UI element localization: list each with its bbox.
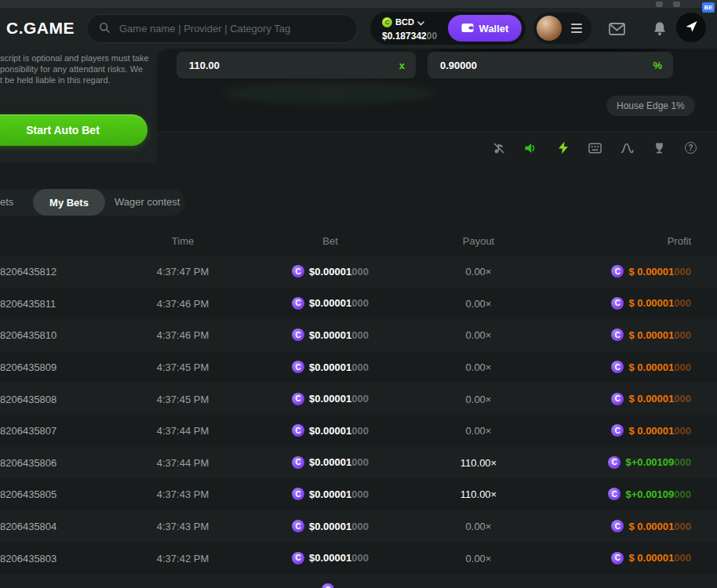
bet-time: 4:37:45 PM: [136, 393, 230, 405]
bcd-coin-icon: C: [611, 520, 624, 532]
bet-id: 8206435807: [0, 425, 56, 437]
table-row[interactable]: 8206435804 4:37:43 PM C $0.00001000 0.00…: [0, 510, 717, 543]
bet-payout: 0.00×: [431, 425, 526, 437]
live-stats-icon[interactable]: [621, 141, 634, 154]
browser-edge-strip: [0, 0, 717, 8]
win-chance-input[interactable]: [439, 59, 595, 72]
game-canvas-panel: x % House Edge 1%: [157, 49, 717, 163]
bcd-coin-icon: C: [611, 297, 624, 310]
table-row[interactable]: 8206435810 4:37:46 PM C $0.00001000 0.00…: [0, 319, 717, 351]
table-row[interactable]: 8206435805 4:37:43 PM C $0.00001000 110.…: [0, 478, 717, 510]
bet-time: 4:37:46 PM: [136, 297, 230, 309]
bcd-coin-icon: C: [292, 488, 304, 500]
multiplier-suffix: x: [399, 60, 405, 71]
bet-amount: C $0.00001000: [268, 265, 393, 278]
browser-extension-badge[interactable]: BE: [702, 2, 715, 13]
bet-id: 8206435804: [0, 521, 56, 532]
bet-payout: 0.00×: [431, 266, 526, 278]
table-row[interactable]: 8206435812 4:37:47 PM C $0.00001000 0.00…: [0, 256, 717, 288]
bet-profit: C $ 0.00001000: [611, 424, 691, 437]
table-row[interactable]: 8206435811 4:37:46 PM C $0.00001000 0.00…: [0, 288, 717, 320]
bell-icon: [653, 27, 667, 38]
help-icon[interactable]: ?: [685, 142, 697, 154]
extension-icon[interactable]: [656, 2, 663, 7]
bcd-coin-icon: C: [611, 552, 624, 564]
bet-amount: C $0.00001000: [268, 328, 393, 341]
bcd-coin-icon: C: [382, 17, 392, 27]
notifications-button[interactable]: [653, 21, 667, 38]
column-header-profit: Profit: [668, 235, 691, 247]
tab-all-bets[interactable]: ets: [0, 196, 13, 208]
win-chance-field[interactable]: %: [428, 52, 673, 78]
bet-amount: C $0.00001000: [268, 424, 393, 437]
support-button[interactable]: [676, 13, 706, 42]
turbo-bet-icon[interactable]: [556, 141, 570, 154]
balance-amount: $0.18734200: [382, 31, 437, 42]
hotkeys-icon[interactable]: [588, 141, 602, 154]
tab-my-bets[interactable]: My Bets: [33, 189, 105, 216]
bet-profit: C $ 0.00001000: [611, 520, 691, 532]
site-header: C.GAME C BCD $0.18734200 Wallet: [0, 8, 717, 49]
bcd-coin-icon: C: [292, 393, 304, 405]
bet-time: 4:37:42 PM: [136, 552, 230, 564]
menu-icon: [571, 24, 582, 35]
game-area: script is optional and players must take…: [0, 49, 717, 163]
bet-id: 8206435808: [0, 393, 56, 405]
wallet-button[interactable]: Wallet: [448, 15, 522, 42]
bcd-coin-icon: C: [608, 488, 621, 500]
bcd-coin-icon: C: [292, 520, 304, 532]
bet-profit: C $ 0.00001000: [611, 552, 691, 564]
currency-code: BCD: [395, 17, 414, 27]
autobet-disclaimer: script is optional and players must take…: [0, 53, 154, 85]
sound-on-icon[interactable]: [524, 141, 537, 154]
paper-plane-icon: [685, 20, 698, 36]
bets-section: ets My Bets Wager contest Time Bet Payou…: [0, 163, 717, 588]
table-row[interactable]: 8206435808 4:37:45 PM C $0.00001000 0.00…: [0, 383, 717, 415]
payout-input[interactable]: [187, 59, 344, 72]
table-row[interactable]: 8206435809 4:37:45 PM C $0.00001000 0.00…: [0, 351, 717, 383]
game-toolbar: ?: [157, 132, 717, 163]
bet-time: 4:37:43 PM: [136, 521, 230, 532]
tab-wager-contest[interactable]: Wager contest: [115, 196, 180, 208]
bet-payout: 0.00×: [431, 393, 526, 405]
currency-selector[interactable]: C BCD $0.18734200: [382, 15, 437, 42]
bcd-coin-icon: C: [611, 361, 624, 373]
table-row[interactable]: 8206435806 4:37:44 PM C $0.00001000 110.…: [0, 447, 717, 479]
trophy-icon[interactable]: [653, 141, 666, 154]
bet-payout: 0.00×: [431, 329, 526, 341]
bet-amount: C: [268, 583, 393, 588]
profile-menu[interactable]: [533, 13, 591, 44]
table-row[interactable]: 8206435803 4:37:42 PM C $0.00001000 0.00…: [0, 542, 717, 574]
start-auto-bet-button[interactable]: Start Auto Bet: [0, 114, 147, 146]
user-avatar[interactable]: [537, 16, 562, 41]
balance-wallet-group: C BCD $0.18734200 Wallet: [370, 12, 526, 45]
music-off-icon[interactable]: [492, 141, 505, 154]
bet-profit: C $+0.00109000: [608, 456, 691, 469]
payout-field[interactable]: x: [177, 52, 416, 78]
messages-button[interactable]: [609, 23, 625, 38]
bet-id: 8206435812: [0, 266, 56, 278]
table-row[interactable]: 8206435807 4:37:44 PM C $0.00001000 0.00…: [0, 415, 717, 447]
site-logo[interactable]: C.GAME: [6, 19, 75, 38]
bcd-coin-icon: C: [608, 456, 621, 469]
table-row[interactable]: C C: [0, 574, 717, 588]
autobet-panel: script is optional and players must take…: [0, 49, 157, 163]
envelope-icon: [609, 26, 625, 38]
bet-id: 8206435805: [0, 488, 56, 500]
bcd-coin-icon: C: [322, 583, 334, 588]
bet-payout: 0.00×: [431, 361, 526, 373]
bet-time: 4:37:44 PM: [136, 456, 230, 468]
extension-icon[interactable]: [673, 2, 680, 7]
bcd-coin-icon: C: [611, 424, 624, 437]
bet-time: 4:37:47 PM: [136, 266, 230, 278]
search-input[interactable]: [118, 22, 346, 35]
bets-table-header: Time Bet Payout Profit: [0, 235, 717, 248]
bet-payout: 110.00×: [431, 456, 526, 468]
chevron-down-icon: [417, 15, 424, 29]
bet-time: 4:37:46 PM: [136, 329, 230, 341]
bcd-coin-icon: C: [292, 552, 304, 564]
game-search-bar[interactable]: [86, 14, 358, 43]
bet-time: 4:37:45 PM: [136, 361, 230, 373]
bet-profit: C $ 0.00001000: [611, 393, 691, 405]
bcd-coin-icon: C: [611, 265, 624, 278]
